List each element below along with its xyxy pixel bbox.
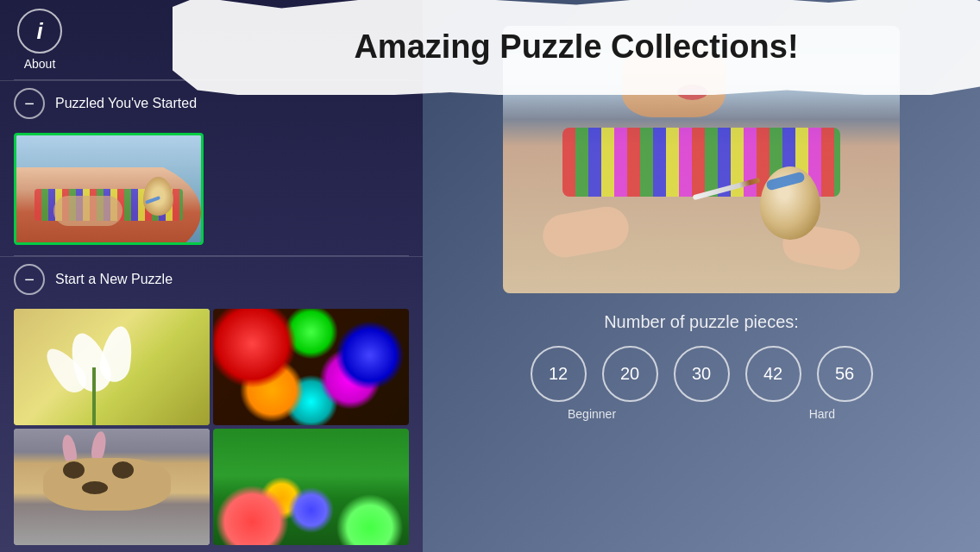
hard-label: Hard	[809, 407, 835, 421]
brush-banner: Amazing Puzzle Collections!	[173, 0, 980, 95]
thumbnail-candy-eggs[interactable]	[213, 309, 409, 425]
current-puzzle-thumbnail[interactable]	[14, 133, 204, 245]
started-collapse-button[interactable]: −	[14, 88, 45, 119]
thumbnail-dog-easter[interactable]	[14, 429, 210, 545]
new-puzzle-section-label: Start a New Puzzle	[55, 272, 173, 287]
new-puzzle-section-row: − Start a New Puzzle	[0, 256, 423, 302]
puzzle-grid	[0, 302, 423, 552]
piece-count-30[interactable]: 30	[674, 346, 730, 402]
beginner-label: Beginner	[568, 407, 616, 421]
thumbnail-grass-eggs[interactable]	[213, 429, 409, 545]
pieces-count-label: Number of puzzle pieces:	[604, 312, 799, 332]
piece-count-12[interactable]: 12	[531, 346, 587, 402]
banner-title: Amazing Puzzle Collections!	[354, 29, 798, 66]
piece-count-options: 12 20 30 42 56	[531, 346, 873, 402]
about-button[interactable]: i About	[17, 9, 62, 71]
difficulty-labels: Beginner Hard	[559, 407, 844, 421]
started-section-label: Puzzled You've Started	[55, 96, 197, 111]
piece-count-20[interactable]: 20	[602, 346, 658, 402]
about-label: About	[24, 57, 56, 71]
piece-count-42[interactable]: 42	[745, 346, 801, 402]
piece-count-56[interactable]: 56	[817, 346, 873, 402]
about-icon: i	[17, 9, 62, 53]
thumbnail-lilies[interactable]	[14, 309, 210, 425]
new-puzzle-collapse-button[interactable]: −	[14, 264, 45, 295]
current-puzzle-area	[0, 126, 423, 255]
